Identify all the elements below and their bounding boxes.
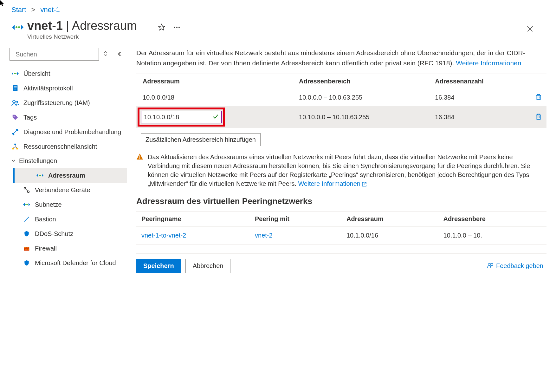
col-count: Adressenanzahl	[429, 74, 527, 89]
svg-point-25	[25, 204, 27, 205]
shield-icon	[23, 259, 30, 267]
ellipsis-icon	[173, 23, 181, 31]
peer-with-link[interactable]: vnet-2	[255, 232, 273, 239]
external-link-icon	[362, 182, 367, 187]
chevron-down-icon	[11, 157, 16, 165]
warning-link[interactable]: Weitere Informationen	[298, 180, 367, 187]
nav-iam[interactable]: Zugriffssteuerung (IAM)	[10, 95, 127, 110]
nav-firewall[interactable]: Firewall	[23, 241, 127, 256]
page-subtitle: Virtuelles Netzwerk	[27, 33, 137, 40]
address-table: Adressraum Adressenbereich Adressenanzah…	[136, 74, 546, 128]
nav-ddos[interactable]: DDoS-Schutz	[23, 226, 127, 241]
nav-label: Ressourcenschnellansicht	[23, 143, 97, 150]
nav-address-space[interactable]: Adressraum	[13, 168, 127, 183]
nav-label: Diagnose und Problembehandlung	[23, 128, 121, 136]
svg-point-2	[174, 27, 175, 28]
nav-label: Adressraum	[48, 172, 85, 179]
add-range-button[interactable]: Zusätzlichen Adressbereich hinzufügen	[141, 133, 261, 146]
nav-label: Zugriffssteuerung (IAM)	[23, 99, 90, 107]
svg-rect-12	[14, 87, 16, 87]
svg-rect-31	[28, 249, 29, 250]
shield-icon	[23, 230, 30, 238]
nav-label: Verbundene Geräte	[35, 186, 90, 194]
col-peer-with: Peering mit	[250, 212, 341, 227]
nav-overview[interactable]: Übersicht	[10, 66, 127, 81]
delete-button[interactable]	[534, 112, 543, 122]
check-icon	[212, 113, 219, 121]
svg-point-16	[16, 101, 18, 103]
svg-point-10	[15, 73, 16, 74]
more-button[interactable]	[171, 22, 183, 34]
nav-connected-devices[interactable]: Verbundene Geräte	[23, 183, 127, 197]
trash-icon	[535, 94, 542, 101]
vnet-icon	[11, 21, 24, 34]
svg-point-22	[40, 175, 41, 176]
svg-rect-32	[139, 155, 140, 158]
svg-point-21	[39, 175, 40, 176]
search-input[interactable]	[10, 48, 99, 61]
firewall-icon	[23, 245, 30, 252]
nav-label: Einstellungen	[19, 157, 57, 165]
breadcrumb: Start > vnet-1	[0, 0, 556, 17]
svg-rect-19	[12, 148, 14, 150]
delete-button[interactable]	[534, 92, 543, 103]
col-peer-space: Adressraum	[341, 212, 438, 227]
nav-label: Subnetze	[35, 201, 62, 208]
svg-rect-20	[16, 148, 18, 150]
svg-point-9	[14, 73, 15, 74]
svg-point-3	[176, 27, 178, 28]
intro-link[interactable]: Weitere Informationen	[456, 59, 521, 67]
breadcrumb-start[interactable]: Start	[11, 6, 26, 14]
nav-label: Übersicht	[23, 70, 50, 77]
highlighted-input: 10.10.0.0/18	[138, 108, 225, 127]
svg-rect-18	[14, 144, 16, 145]
nav-bastion[interactable]: Bastion	[23, 212, 127, 226]
peering-table: Peeringname Peering mit Adressraum Adres…	[136, 211, 546, 245]
nav-activity-log[interactable]: Aktivitätsprotokoll	[10, 81, 127, 95]
close-button[interactable]	[527, 22, 545, 34]
breadcrumb-current[interactable]: vnet-1	[41, 6, 60, 14]
nav-diagnose[interactable]: Diagnose und Problembehandlung	[10, 125, 127, 139]
vnet-icon	[36, 172, 44, 179]
feedback-link[interactable]: Feedback geben	[487, 262, 543, 270]
nav-label: Microsoft Defender for Cloud	[35, 259, 116, 267]
vnet-icon	[23, 201, 30, 208]
save-button[interactable]: Speichern	[136, 259, 181, 273]
close-icon	[527, 26, 533, 32]
nav-label: Tags	[23, 114, 37, 121]
peering-heading: Adressraum des virtuellen Peeringnetzwer…	[136, 196, 546, 206]
svg-point-1	[18, 26, 20, 28]
svg-point-17	[14, 116, 15, 117]
cursor-icon	[0, 0, 5, 7]
nav-subnets[interactable]: Subnetze	[23, 197, 127, 212]
address-input[interactable]: 10.10.0.0/18	[141, 111, 222, 123]
svg-rect-33	[139, 158, 140, 159]
svg-point-34	[488, 264, 490, 265]
peer-name-link[interactable]: vnet-1-to-vnet-2	[141, 232, 186, 239]
star-icon	[158, 23, 165, 31]
favorite-button[interactable]	[156, 22, 167, 34]
nav-label: DDoS-Schutz	[35, 230, 73, 238]
feedback-icon	[487, 263, 494, 270]
page-title: vnet-1 | Adressraum	[27, 19, 137, 33]
table-row: 10.0.0.0/18 10.0.0.0 – 10.0.63.255 16.38…	[136, 89, 546, 106]
nav-tags[interactable]: Tags	[10, 110, 127, 125]
nav-label: Aktivitätsprotokoll	[23, 85, 73, 92]
svg-point-4	[178, 27, 180, 28]
connected-icon	[23, 186, 30, 194]
warning-icon	[136, 153, 143, 188]
trash-icon	[535, 113, 542, 120]
tag-icon	[11, 114, 19, 121]
nav-resource-view[interactable]: Ressourcenschnellansicht	[10, 139, 127, 154]
col-range: Adressenbereich	[293, 74, 429, 89]
sort-icon[interactable]	[103, 51, 108, 58]
cancel-button[interactable]: Abbrechen	[185, 259, 231, 273]
collapse-icon[interactable]	[117, 51, 122, 58]
people-icon	[11, 99, 19, 107]
col-peer-range: Adressenbere	[438, 212, 546, 227]
svg-rect-28	[24, 247, 26, 248]
nav-settings-group[interactable]: Einstellungen	[10, 154, 127, 168]
nav-defender[interactable]: Microsoft Defender for Cloud	[23, 256, 127, 270]
log-icon	[11, 84, 19, 92]
col-space: Adressraum	[136, 74, 293, 89]
